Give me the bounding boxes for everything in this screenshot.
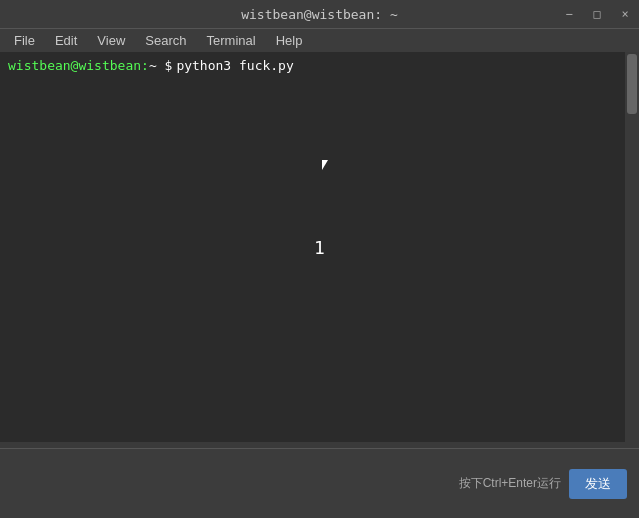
maximize-icon: □ xyxy=(593,7,600,21)
window-title: wistbean@wistbean: ~ xyxy=(241,7,398,22)
terminal-output: 1 xyxy=(314,237,325,258)
close-button[interactable]: × xyxy=(611,0,639,28)
menu-terminal[interactable]: Terminal xyxy=(197,31,266,50)
minimize-icon: − xyxy=(565,7,572,21)
prompt-path: ~ xyxy=(149,58,157,73)
keyboard-hint: 按下Ctrl+Enter运行 xyxy=(459,475,561,492)
window-controls: − □ × xyxy=(555,0,639,28)
scrollbar-thumb[interactable] xyxy=(627,54,637,114)
maximize-button[interactable]: □ xyxy=(583,0,611,28)
prompt-command: python3 fuck.py xyxy=(176,58,293,73)
prompt-user: wistbean@wistbean: xyxy=(8,58,149,73)
send-button[interactable]: 发送 xyxy=(569,469,627,499)
menu-file[interactable]: File xyxy=(4,31,45,50)
menu-edit[interactable]: Edit xyxy=(45,31,87,50)
menu-bar: File Edit View Search Terminal Help xyxy=(0,28,639,52)
menu-help[interactable]: Help xyxy=(266,31,313,50)
terminal-scrollbar[interactable] xyxy=(625,52,639,442)
prompt-line: wistbean@wistbean: ~ $ python3 fuck.py xyxy=(8,58,631,73)
bottom-toolbar: 按下Ctrl+Enter运行 发送 xyxy=(0,448,639,518)
terminal-content: wistbean@wistbean: ~ $ python3 fuck.py xyxy=(0,52,639,79)
title-bar: wistbean@wistbean: ~ − □ × xyxy=(0,0,639,28)
minimize-button[interactable]: − xyxy=(555,0,583,28)
prompt-dollar: $ xyxy=(157,58,173,73)
menu-search[interactable]: Search xyxy=(135,31,196,50)
menu-view[interactable]: View xyxy=(87,31,135,50)
terminal-area[interactable]: wistbean@wistbean: ~ $ python3 fuck.py 1 xyxy=(0,52,639,442)
close-icon: × xyxy=(621,7,628,21)
